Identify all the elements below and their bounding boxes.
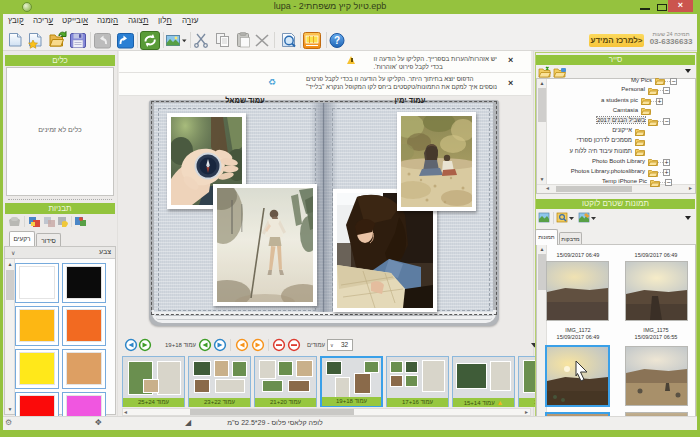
svg-text:?: ? (334, 35, 340, 46)
